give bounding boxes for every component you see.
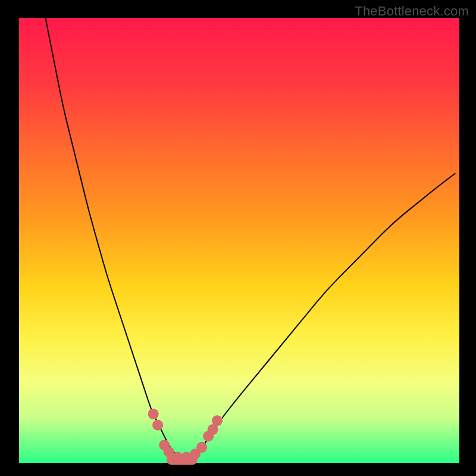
- valley-dot: [212, 415, 223, 426]
- watermark-text: TheBottleneck.com: [355, 4, 469, 19]
- bottleneck-chart: [0, 0, 476, 476]
- valley-dot: [152, 419, 163, 430]
- valley-dot: [148, 409, 159, 419]
- valley-dot: [196, 442, 207, 453]
